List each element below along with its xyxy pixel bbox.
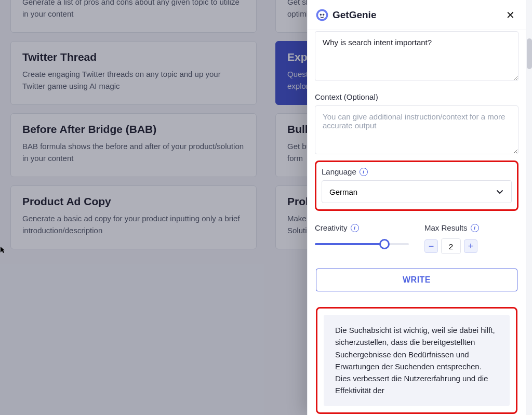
close-icon[interactable]: ✕ — [504, 9, 516, 21]
creativity-control: Creativity i — [315, 223, 409, 254]
highlight-result-section: Die Suchabsicht ist wichtig, weil sie da… — [316, 307, 517, 414]
step-decrement-button[interactable]: − — [424, 239, 438, 253]
max-results-label: Max Results — [424, 223, 468, 232]
info-icon[interactable]: i — [351, 224, 359, 232]
info-icon[interactable]: i — [360, 168, 368, 176]
max-results-control: Max Results i − + — [424, 223, 518, 254]
max-results-input[interactable] — [441, 238, 461, 254]
language-value: German — [329, 188, 357, 196]
creativity-label: Creativity — [315, 223, 348, 232]
highlight-language-section: Language i German — [315, 160, 518, 211]
side-panel: GetGenie ✕ Context (Optional) Language i… — [307, 0, 526, 415]
info-icon[interactable]: i — [471, 224, 479, 232]
brand-logo-icon — [315, 8, 329, 22]
language-label: Language i — [322, 167, 512, 176]
max-results-stepper: − + — [424, 238, 518, 254]
topic-textarea[interactable] — [315, 31, 518, 81]
svg-point-2 — [320, 14, 322, 16]
result-text: Die Suchabsicht ist wichtig, weil sie da… — [324, 315, 510, 406]
creativity-slider[interactable] — [315, 238, 409, 250]
page-scrollbar-track[interactable] — [526, 0, 532, 415]
context-label: Context (Optional) — [315, 92, 518, 101]
context-textarea[interactable] — [315, 105, 518, 154]
slider-thumb-icon[interactable] — [379, 239, 390, 249]
params-row: Creativity i Max Results i — [315, 223, 518, 254]
write-button[interactable]: WRITE — [316, 269, 517, 291]
brand-name: GetGenie — [332, 9, 376, 21]
svg-point-3 — [323, 14, 325, 16]
panel-header: GetGenie ✕ — [308, 0, 526, 30]
panel-body: Context (Optional) Language i German — [308, 30, 526, 415]
step-increment-button[interactable]: + — [464, 239, 477, 253]
page-scrollbar-thumb[interactable] — [527, 38, 532, 69]
chevron-down-icon — [496, 188, 504, 196]
language-select[interactable]: German — [322, 180, 512, 203]
brand: GetGenie — [315, 8, 376, 22]
